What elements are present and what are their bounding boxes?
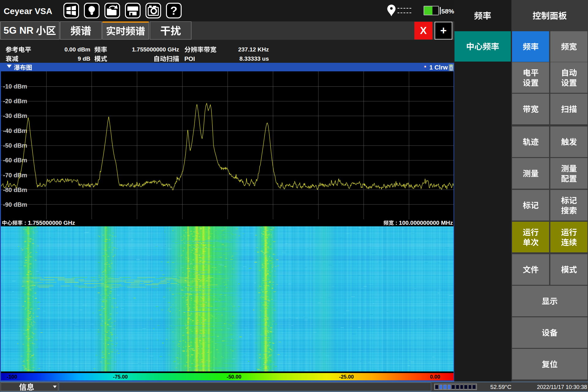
svg-text:-80 dBm: -80 dBm (3, 187, 27, 193)
svg-text:-50 dBm: -50 dBm (3, 142, 27, 149)
svg-text:-70 dBm: -70 dBm (3, 172, 27, 179)
svg-text:-10 dBm: -10 dBm (3, 83, 27, 90)
svg-text:-30 dBm: -30 dBm (3, 112, 27, 119)
svg-text:-40 dBm: -40 dBm (3, 127, 27, 134)
svg-text:-20 dBm: -20 dBm (3, 98, 27, 104)
svg-text:-90 dBm: -90 dBm (3, 201, 27, 208)
svg-text:-60 dBm: -60 dBm (3, 157, 27, 164)
